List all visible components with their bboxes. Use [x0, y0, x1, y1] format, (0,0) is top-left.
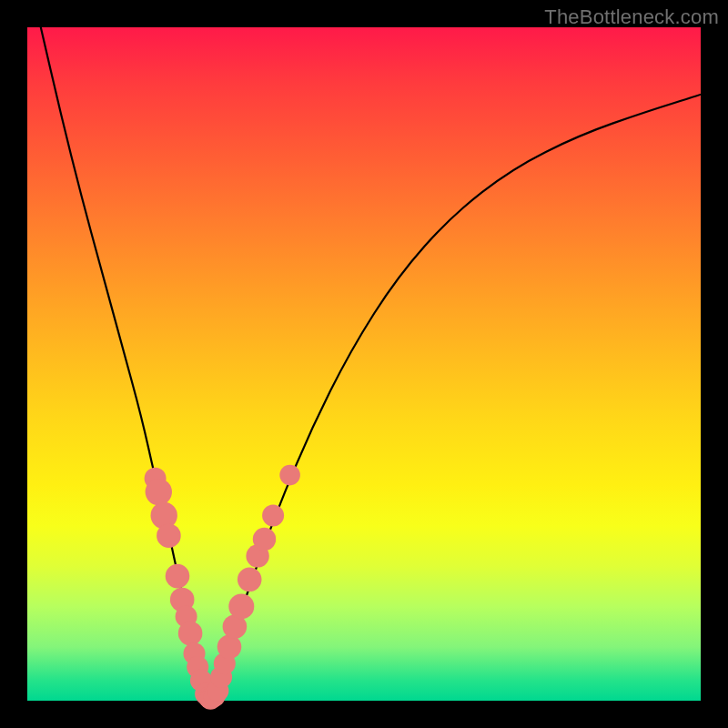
- marker-dot: [238, 568, 262, 592]
- marker-dot: [228, 593, 254, 619]
- bottleneck-curve: [41, 27, 701, 697]
- watermark-text: TheBottleneck.com: [544, 5, 719, 29]
- plot-area: [27, 27, 701, 701]
- marker-dot: [146, 479, 172, 505]
- marker-dot: [217, 635, 242, 660]
- marker-dot: [279, 465, 300, 486]
- chart-svg: [27, 27, 701, 701]
- marker-dot: [166, 564, 190, 589]
- marker-dot: [178, 622, 203, 646]
- marker-dot: [253, 528, 276, 551]
- marker-dot: [157, 523, 181, 548]
- marker-group: [145, 465, 300, 710]
- chart-frame: TheBottleneck.com: [0, 0, 728, 728]
- marker-dot: [262, 505, 284, 527]
